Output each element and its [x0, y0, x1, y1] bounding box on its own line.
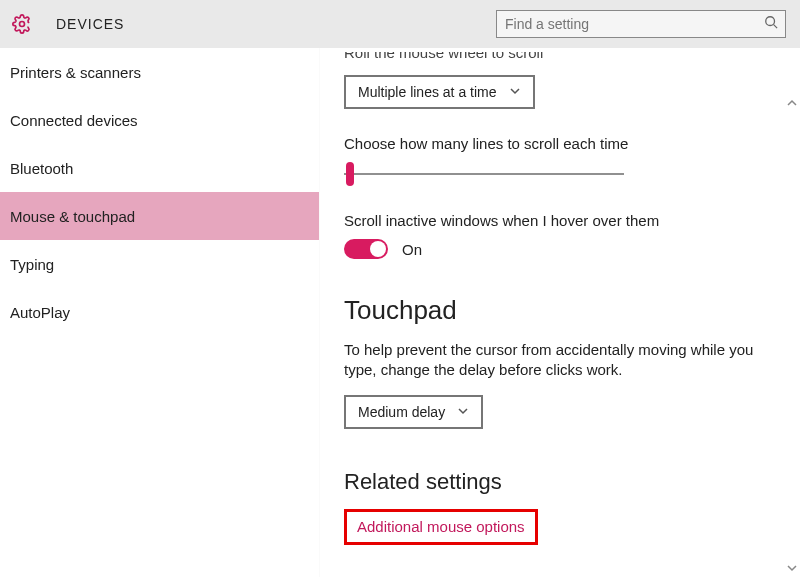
toggle-state-label: On: [402, 241, 422, 258]
sidebar-item-connected[interactable]: Connected devices: [0, 96, 319, 144]
related-heading: Related settings: [344, 469, 776, 495]
scroll-mode-label: Roll the mouse wheel to scroll: [344, 48, 776, 61]
highlight-box: Additional mouse options: [344, 509, 538, 545]
header-bar: DEVICES: [0, 0, 800, 48]
content-pane: Roll the mouse wheel to scroll Multiple …: [320, 48, 800, 577]
sidebar: Printers & scanners Connected devices Bl…: [0, 48, 320, 577]
touchpad-description: To help prevent the cursor from accident…: [344, 340, 764, 381]
search-input[interactable]: [496, 10, 786, 38]
delay-dropdown[interactable]: Medium delay: [344, 395, 483, 429]
page-title: DEVICES: [56, 16, 124, 32]
touchpad-heading: Touchpad: [344, 295, 776, 326]
sidebar-item-label: Printers & scanners: [10, 64, 141, 81]
dropdown-value: Medium delay: [358, 404, 445, 420]
inactive-label: Scroll inactive windows when I hover ove…: [344, 212, 776, 229]
sidebar-item-label: AutoPlay: [10, 304, 70, 321]
search-container: [496, 10, 786, 38]
main-area: Printers & scanners Connected devices Bl…: [0, 48, 800, 577]
lines-label: Choose how many lines to scroll each tim…: [344, 135, 776, 152]
lines-slider[interactable]: [344, 162, 624, 186]
sidebar-item-label: Bluetooth: [10, 160, 73, 177]
sidebar-item-printers[interactable]: Printers & scanners: [0, 48, 319, 96]
sidebar-item-bluetooth[interactable]: Bluetooth: [0, 144, 319, 192]
scroll-mode-dropdown[interactable]: Multiple lines at a time: [344, 75, 535, 109]
sidebar-item-label: Mouse & touchpad: [10, 208, 135, 225]
chevron-down-icon: [509, 84, 521, 100]
dropdown-value: Multiple lines at a time: [358, 84, 497, 100]
slider-track: [344, 173, 624, 175]
sidebar-item-typing[interactable]: Typing: [0, 240, 319, 288]
scroll-up-icon[interactable]: [786, 98, 798, 110]
additional-mouse-options-link[interactable]: Additional mouse options: [357, 518, 525, 535]
sidebar-item-label: Typing: [10, 256, 54, 273]
toggle-knob: [370, 241, 386, 257]
inactive-toggle[interactable]: [344, 239, 388, 259]
sidebar-item-mouse[interactable]: Mouse & touchpad: [0, 192, 319, 240]
gear-icon: [12, 14, 32, 34]
sidebar-item-label: Connected devices: [10, 112, 138, 129]
slider-thumb[interactable]: [346, 162, 354, 186]
sidebar-item-autoplay[interactable]: AutoPlay: [0, 288, 319, 336]
chevron-down-icon: [457, 404, 469, 420]
svg-point-0: [20, 22, 25, 27]
scroll-down-icon[interactable]: [786, 563, 798, 575]
